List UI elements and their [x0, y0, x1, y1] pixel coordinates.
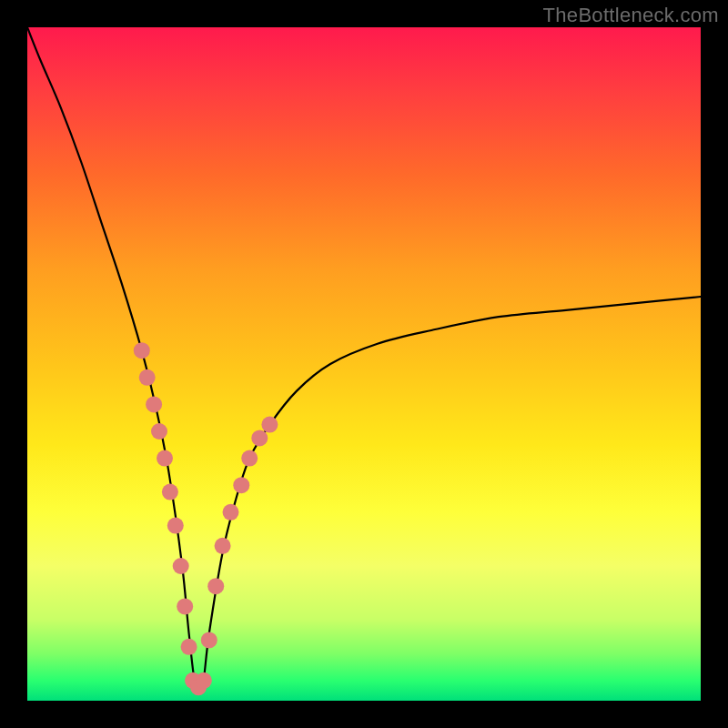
curve-marker — [162, 484, 178, 500]
curve-marker — [151, 423, 167, 440]
watermark-text: TheBottleneck.com — [543, 4, 719, 27]
curve-marker — [181, 639, 197, 655]
curve-marker — [215, 538, 231, 554]
curve-marker — [134, 342, 150, 359]
curve-marker — [261, 417, 278, 433]
curve-markers — [134, 342, 278, 695]
curve-marker — [196, 672, 212, 689]
curve-marker — [157, 450, 173, 467]
chart-plot-area — [27, 27, 701, 701]
curve-marker — [167, 518, 184, 534]
curve-marker — [241, 450, 258, 467]
curve-marker — [146, 396, 162, 412]
curve-marker — [223, 504, 239, 521]
curve-marker — [173, 558, 189, 574]
curve-marker — [233, 477, 249, 493]
curve-marker — [139, 369, 156, 386]
chart-svg — [27, 27, 701, 701]
curve-marker — [251, 430, 268, 446]
curve-marker — [201, 632, 217, 648]
curve-marker — [207, 578, 224, 594]
bottleneck-curve — [27, 27, 701, 694]
curve-marker — [177, 598, 193, 614]
